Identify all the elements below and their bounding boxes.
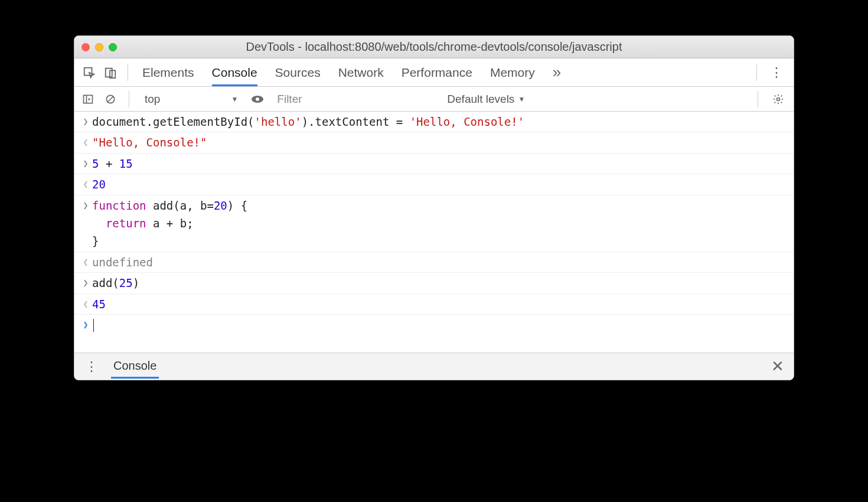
devtools-window: DevTools - localhost:8080/web/tools/chro… [74,35,794,380]
console-settings-icon[interactable] [768,93,789,105]
clear-console-icon[interactable] [102,90,119,108]
code-text: 20 [92,175,788,193]
console-prompt-row[interactable] [74,315,794,335]
tab-console[interactable]: Console [212,58,257,86]
console-toolbar: top ▼ Default levels ▼ [74,87,794,112]
svg-rect-0 [84,67,92,75]
tab-sources[interactable]: Sources [275,58,321,86]
svg-point-9 [777,97,780,100]
code-text: "Hello, Console!" [92,133,788,151]
text-caret [93,319,94,332]
log-levels-label: Default levels [447,93,514,106]
console-output-row: "Hello, Console!" [74,132,794,153]
prompt-chevron-icon [79,316,92,334]
drawer-menu-icon[interactable]: ⋮ [80,359,103,374]
settings-menu-icon[interactable]: ⋮ [765,65,788,80]
separator [129,91,129,107]
output-chevron-icon [79,133,92,151]
console-output-row: undefined [74,252,794,273]
context-selector-label: top [145,93,160,106]
tab-memory[interactable]: Memory [490,58,535,86]
close-window-button[interactable] [81,43,90,51]
tab-elements[interactable]: Elements [142,58,194,86]
window-title: DevTools - localhost:8080/web/tools/chro… [74,40,794,54]
console-output-row: 45 [74,294,794,315]
code-text: add(25) [92,274,788,292]
minimize-window-button[interactable] [95,43,103,51]
input-chevron-icon [79,155,92,172]
console-output: document.getElementById('hello').textCon… [74,112,794,335]
separator [758,91,758,107]
console-input-row: add(25) [74,273,794,294]
code-text: function add(a, b=20) { return a + b; } [92,197,788,250]
input-chevron-icon [79,197,92,250]
tab-performance[interactable]: Performance [402,58,472,86]
filter-input[interactable] [271,90,436,108]
separator [756,64,757,81]
chevron-down-icon: ▼ [231,95,238,103]
tab-network[interactable]: Network [338,58,384,86]
svg-point-8 [256,97,259,101]
svg-rect-3 [84,95,93,103]
device-toolbar-icon[interactable] [102,64,119,82]
separator [128,64,128,81]
input-chevron-icon [79,113,92,131]
code-text: document.getElementById('hello').textCon… [92,113,788,131]
console-input-row: 5 + 15 [74,154,794,174]
inspect-element-icon[interactable] [80,64,98,82]
console-input-row: function add(a, b=20) { return a + b; } [74,195,794,252]
drawer: ⋮ Console ✕ [74,353,794,380]
chevron-down-icon: ▼ [518,95,525,103]
svg-rect-1 [106,68,112,77]
drawer-tab-console[interactable]: Console [111,354,159,379]
zoom-window-button[interactable] [109,43,117,51]
close-drawer-icon[interactable]: ✕ [768,357,788,376]
context-selector[interactable]: top ▼ [139,90,244,108]
devtools-tabbar: Elements Console Sources Network Perform… [74,58,794,87]
titlebar: DevTools - localhost:8080/web/tools/chro… [74,36,794,58]
toggle-sidebar-icon[interactable] [79,90,97,108]
console-prompt-input[interactable] [92,316,788,334]
input-chevron-icon [79,274,92,292]
live-expression-icon[interactable] [249,90,266,108]
code-text: undefined [92,253,788,271]
console-output-row: 20 [74,174,794,195]
svg-line-6 [107,96,113,102]
overflow-tabs-button[interactable]: » [553,63,561,82]
output-chevron-icon [79,253,92,271]
code-text: 45 [92,295,788,313]
console-input-row: document.getElementById('hello').textCon… [74,112,794,132]
traffic-lights [81,43,117,51]
output-chevron-icon [79,295,92,313]
panel-tabs: Elements Console Sources Network Perform… [142,58,535,86]
output-chevron-icon [79,175,92,193]
log-levels-selector[interactable]: Default levels ▼ [447,93,525,106]
code-text: 5 + 15 [92,155,788,172]
